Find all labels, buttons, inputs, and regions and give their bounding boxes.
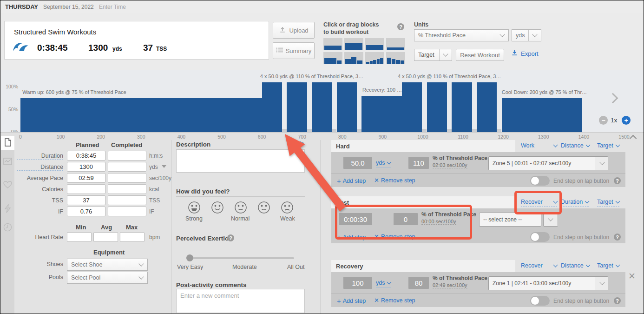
- step-target-dropdown[interactable]: Target: [597, 262, 619, 270]
- lap-help-icon[interactable]: ?: [614, 177, 621, 184]
- steady-tall-block[interactable]: [344, 38, 363, 50]
- workout-bar[interactable]: [402, 82, 422, 132]
- reset-workout-button[interactable]: Reset Workout: [456, 49, 504, 61]
- workout-bar[interactable]: [452, 82, 472, 132]
- rest-gap-handle[interactable]: [447, 129, 452, 132]
- rest-gap-handle[interactable]: [472, 129, 477, 132]
- zone-select[interactable]: Zone 5 | 00:01 - 02:07 sec/100y: [488, 156, 608, 170]
- ramp-down-block[interactable]: [386, 52, 405, 64]
- ramp-up-block[interactable]: [365, 52, 384, 64]
- feel-strong-icon[interactable]: [188, 201, 201, 216]
- workout-bar[interactable]: [427, 82, 447, 132]
- exertion-help-icon[interactable]: ?: [227, 234, 234, 241]
- feel-poor-icon[interactable]: [257, 201, 270, 216]
- step-metric-dropdown[interactable]: Distance: [561, 262, 590, 270]
- tss-planned-input[interactable]: [67, 195, 105, 205]
- step-type-dropdown[interactable]: Work: [521, 142, 557, 150]
- step-down-block[interactable]: [323, 52, 342, 64]
- exertion-slider-track[interactable]: [186, 257, 294, 259]
- step-intensity-box[interactable]: 0: [394, 213, 418, 225]
- step-metric-dropdown[interactable]: Duration: [561, 199, 589, 207]
- lap-help-icon[interactable]: ?: [614, 234, 621, 241]
- remove-step-button[interactable]: ✕Remove step: [374, 297, 415, 304]
- step-name-field[interactable]: Recovery: [331, 260, 515, 272]
- heart-rate-min-input[interactable]: [67, 232, 92, 242]
- remove-step-button[interactable]: ✕Remove step: [374, 233, 415, 240]
- duration-planned-input[interactable]: [67, 151, 105, 160]
- step-name-field[interactable]: Hard: [331, 140, 515, 152]
- target-mode-select[interactable]: Target: [414, 49, 452, 61]
- rest-gap-handle[interactable]: [332, 129, 336, 132]
- lap-help-icon[interactable]: ?: [614, 297, 621, 304]
- step-type-dropdown[interactable]: Recover: [521, 262, 557, 270]
- summary-button[interactable]: Summary: [273, 42, 315, 59]
- workout-bar[interactable]: [502, 98, 582, 132]
- step-value-box[interactable]: 100: [343, 277, 372, 289]
- end-step-on-lap-toggle[interactable]: [530, 232, 550, 242]
- add-step-button[interactable]: +Add step: [337, 233, 366, 241]
- step-intensity-box[interactable]: 80: [408, 277, 429, 289]
- mixed-intervals-block[interactable]: [344, 52, 363, 64]
- duration-row-label[interactable]: Duration: [17, 153, 63, 160]
- workout-bar[interactable]: [287, 82, 307, 132]
- tab-details[interactable]: [1, 136, 14, 150]
- rest-gap-handle[interactable]: [357, 129, 361, 132]
- rest-gap-handle[interactable]: [422, 129, 427, 132]
- step-target-dropdown[interactable]: Target: [597, 142, 619, 150]
- rest-gap-handle[interactable]: [307, 129, 312, 132]
- collapse-panel-icon[interactable]: [631, 134, 636, 143]
- heart-rate-avg-input[interactable]: [93, 232, 118, 242]
- feel-weak-icon[interactable]: [281, 201, 294, 216]
- zone-select[interactable]: -- select zone --: [479, 213, 541, 227]
- step-intensity-box[interactable]: 110: [408, 157, 429, 169]
- zoom-out-icon[interactable]: −: [599, 116, 608, 125]
- zoom-in-icon[interactable]: +: [622, 116, 631, 125]
- step-type-dropdown[interactable]: Recover: [521, 199, 557, 207]
- attachment-icon[interactable]: [296, 140, 304, 150]
- feel-normal-icon[interactable]: [234, 201, 247, 216]
- workout-bar[interactable]: [312, 82, 332, 132]
- rest-gap-handle[interactable]: [497, 129, 501, 132]
- average-pace-planned-input[interactable]: [67, 173, 105, 183]
- pools-select[interactable]: Select Pool: [67, 272, 148, 284]
- workout-bar[interactable]: [20, 98, 262, 132]
- end-step-on-lap-toggle[interactable]: [530, 296, 550, 306]
- tab-chart[interactable]: [3, 158, 12, 167]
- step-name-field[interactable]: Rest: [331, 196, 515, 208]
- step-unit-dropdown[interactable]: yds: [376, 160, 391, 167]
- average-pace-completed-input[interactable]: [108, 173, 146, 183]
- steady-low-block[interactable]: [323, 38, 342, 50]
- comments-textarea[interactable]: [176, 289, 305, 313]
- enter-time-link[interactable]: Enter Time: [99, 4, 126, 10]
- duration-completed-input[interactable]: [108, 151, 146, 160]
- step-value-box[interactable]: 50.0: [343, 157, 372, 169]
- pan-right-icon[interactable]: [609, 94, 617, 104]
- step-metric-dropdown[interactable]: Distance: [561, 142, 590, 150]
- calories-planned-input[interactable]: [67, 184, 105, 194]
- distance-completed-input[interactable]: [108, 162, 146, 172]
- feel-good-icon[interactable]: [211, 201, 224, 216]
- exertion-slider-handle[interactable]: [186, 254, 193, 261]
- heart-rate-max-input[interactable]: [120, 232, 145, 242]
- distance-unit-dropdown-icon[interactable]: [162, 165, 166, 168]
- shoes-select[interactable]: Select Shoe: [67, 259, 148, 271]
- tab-heart-rate[interactable]: [3, 181, 12, 191]
- zone-select[interactable]: Zone 1 | 02:41 - 03:00 sec/100y: [488, 276, 608, 290]
- step-value-box[interactable]: 0:00:30: [339, 213, 372, 225]
- end-step-on-lap-toggle[interactable]: [530, 176, 550, 186]
- calories-completed-input[interactable]: [108, 184, 146, 194]
- if-completed-input[interactable]: [108, 207, 146, 216]
- add-step-button[interactable]: +Add step: [337, 177, 366, 185]
- tab-power[interactable]: [4, 204, 11, 215]
- zone-select-chevron-button[interactable]: [543, 213, 558, 227]
- tab-time[interactable]: [3, 223, 12, 234]
- step-unit-dropdown[interactable]: yds: [376, 280, 391, 287]
- rest-gap-handle[interactable]: [282, 129, 287, 132]
- description-textarea[interactable]: [176, 149, 305, 173]
- pace-unit-select[interactable]: % Threshold Pace: [414, 29, 509, 41]
- tss-row-label[interactable]: TSS: [17, 197, 63, 204]
- tss-completed-input[interactable]: [108, 195, 146, 205]
- step-target-dropdown[interactable]: Target: [597, 199, 619, 207]
- workout-title[interactable]: Structured Swim Workouts: [14, 28, 96, 36]
- if-planned-input[interactable]: [67, 207, 105, 216]
